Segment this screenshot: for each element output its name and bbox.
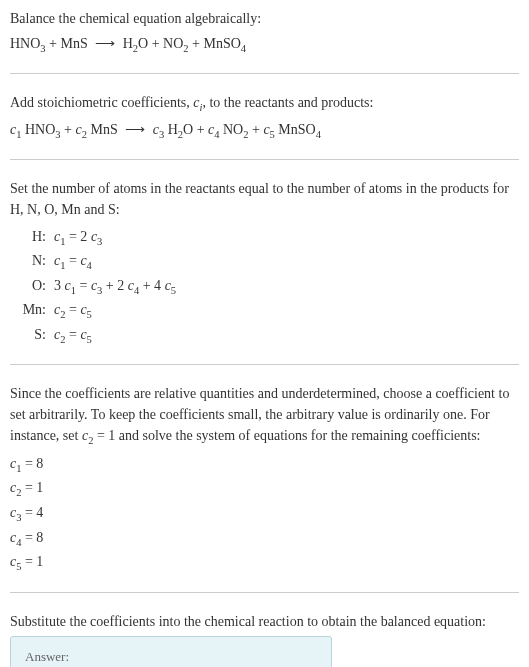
answer-box: Answer: 8 HNO3 + MnS ⟶ 4 H2O + 8 NO2 + M… (10, 636, 332, 667)
atom-label: N: (16, 250, 46, 271)
species: NO (220, 122, 244, 137)
text: = 8 (21, 530, 43, 545)
subscript: 4 (241, 43, 246, 54)
prompt-text: Add stoichiometric coefficients, ci, to … (10, 92, 519, 116)
unbalanced-equation: HNO3 + MnS ⟶ H2O + NO2 + MnSO4 (10, 33, 519, 57)
list-item: c2 = 1 (10, 477, 519, 501)
prompt-text: Substitute the coefficients into the che… (10, 611, 519, 632)
text: = (65, 253, 80, 268)
text: + (61, 122, 76, 137)
list-item: c3 = 4 (10, 502, 519, 526)
species: MnSO (275, 122, 316, 137)
text: O + (183, 122, 208, 137)
species: H (164, 122, 178, 137)
list-item: c4 = 8 (10, 527, 519, 551)
coefficient-list: c1 = 8 c2 = 1 c3 = 4 c4 = 8 c5 = 1 (10, 453, 519, 575)
subscript: 4 (87, 260, 92, 271)
subscript: 5 (87, 334, 92, 345)
atom-label: O: (16, 275, 46, 296)
text: , to the reactants and products: (202, 95, 373, 110)
atom-equation: c1 = 2 c3 (54, 226, 102, 250)
atom-balance-table: H: c1 = 2 c3 N: c1 = c4 O: 3 c1 = c3 + 2… (16, 226, 519, 348)
atom-equation: c2 = c5 (54, 299, 92, 323)
table-row: Mn: c2 = c5 (16, 299, 519, 323)
section-problem: Balance the chemical equation algebraica… (10, 8, 519, 74)
text: 3 (54, 278, 65, 293)
product: H (119, 36, 133, 51)
answer-label: Answer: (25, 647, 317, 667)
species: MnS (87, 122, 121, 137)
text: = 1 (21, 554, 43, 569)
table-row: N: c1 = c4 (16, 250, 519, 274)
prompt-text: Since the coefficients are relative quan… (10, 383, 519, 449)
prompt-text: Balance the chemical equation algebraica… (10, 8, 519, 29)
subscript: 5 (87, 309, 92, 320)
coefficient-equation: c1 HNO3 + c2 MnS ⟶ c3 H2O + c4 NO2 + c5 … (10, 119, 519, 143)
atom-label: H: (16, 226, 46, 247)
text: = 1 and solve the system of equations fo… (93, 428, 480, 443)
atom-equation: 3 c1 = c3 + 2 c4 + 4 c5 (54, 275, 176, 299)
prompt-text: Set the number of atoms in the reactants… (10, 178, 519, 220)
text: = (65, 327, 80, 342)
species: HNO (21, 122, 55, 137)
text: + 4 (139, 278, 164, 293)
text: + 2 (102, 278, 127, 293)
atom-equation: c1 = c4 (54, 250, 92, 274)
subscript: 5 (171, 285, 176, 296)
text: = (76, 278, 91, 293)
reactant: HNO (10, 36, 40, 51)
text: = 2 (65, 229, 90, 244)
text: = 4 (21, 505, 43, 520)
section-solve: Since the coefficients are relative quan… (10, 383, 519, 592)
text: + (248, 122, 263, 137)
subscript: 3 (97, 235, 102, 246)
table-row: H: c1 = 2 c3 (16, 226, 519, 250)
text: + MnS (46, 36, 92, 51)
list-item: c1 = 8 (10, 453, 519, 477)
atom-label: S: (16, 324, 46, 345)
text: = 1 (21, 480, 43, 495)
atom-label: Mn: (16, 299, 46, 320)
text: Add stoichiometric coefficients, (10, 95, 193, 110)
product: O + NO (138, 36, 183, 51)
arrow-icon: ⟶ (95, 33, 115, 54)
table-row: O: 3 c1 = c3 + 2 c4 + 4 c5 (16, 275, 519, 299)
table-row: S: c2 = c5 (16, 324, 519, 348)
arrow-icon: ⟶ (125, 119, 145, 140)
subscript: 4 (316, 129, 321, 140)
section-answer: Substitute the coefficients into the che… (10, 611, 519, 667)
section-stoichiometric: Add stoichiometric coefficients, ci, to … (10, 92, 519, 160)
list-item: c5 = 1 (10, 551, 519, 575)
atom-equation: c2 = c5 (54, 324, 92, 348)
product: + MnSO (189, 36, 241, 51)
text: = 8 (21, 456, 43, 471)
section-atom-balance: Set the number of atoms in the reactants… (10, 178, 519, 366)
text: = (65, 302, 80, 317)
